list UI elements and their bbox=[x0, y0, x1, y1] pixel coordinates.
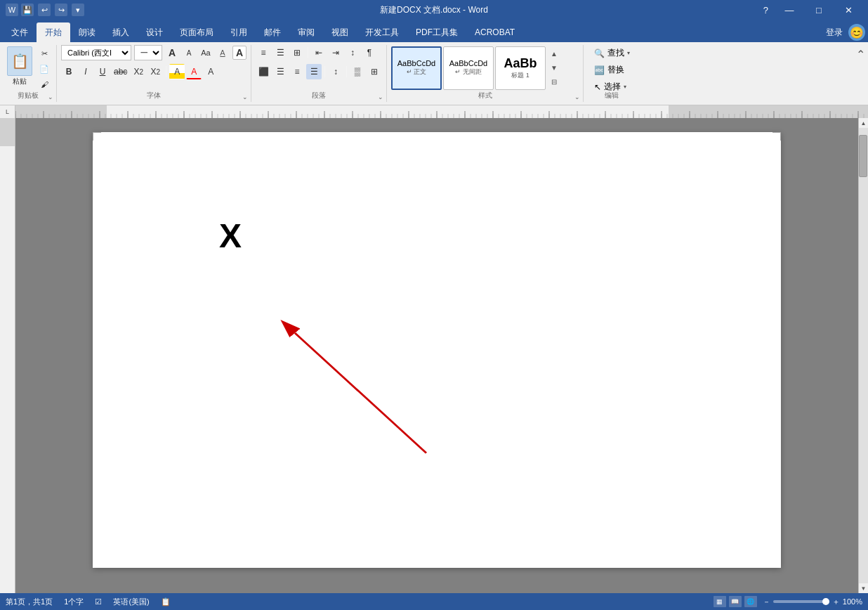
tab-review[interactable]: 审阅 bbox=[289, 22, 323, 42]
replace-button[interactable]: 🔤 替换 bbox=[591, 62, 633, 78]
replace-label: 替换 bbox=[607, 64, 624, 76]
tab-insert[interactable]: 插入 bbox=[104, 22, 138, 42]
zoom-out-button[interactable]: － bbox=[763, 597, 770, 607]
font-shrink-button[interactable]: A bbox=[182, 46, 196, 60]
bold-button[interactable]: B bbox=[61, 64, 77, 79]
scroll-track[interactable] bbox=[859, 128, 868, 583]
document-area[interactable]: X bbox=[15, 118, 858, 593]
paragraph-group: ≡ ☰ ⊞ ⇤ ⇥ ↕ ¶ ⬛ ☰ ≡ ☰ ↕ ▒ ⊞ 段落 ⌄ bbox=[251, 45, 387, 102]
paragraph-expand-icon[interactable]: ⌄ bbox=[378, 93, 383, 100]
maximize-button[interactable]: □ bbox=[805, 0, 833, 20]
ribbon-collapse-button[interactable]: ⌃ bbox=[853, 45, 868, 102]
clear-format-button[interactable]: A bbox=[216, 46, 230, 60]
ruler-corner[interactable]: L bbox=[0, 105, 15, 118]
superscript-button[interactable]: X2 bbox=[147, 64, 163, 79]
page-content[interactable]: X bbox=[149, 174, 725, 526]
login-button[interactable]: 登录 bbox=[826, 27, 843, 39]
style-h1-button[interactable]: AaBb 标题 1 bbox=[495, 46, 546, 90]
vertical-scrollbar[interactable]: ▲ ▼ bbox=[858, 118, 868, 593]
font-family-select[interactable]: Calibri (西文I bbox=[61, 45, 131, 60]
style-normal-button[interactable]: AaBbCcDd ↵ 正文 bbox=[391, 46, 442, 90]
print-layout-button[interactable]: ▦ bbox=[714, 596, 726, 607]
styles-scroll-up[interactable]: ▲ bbox=[548, 48, 560, 60]
tab-read[interactable]: 朗读 bbox=[70, 22, 104, 42]
tab-file[interactable]: 文件 bbox=[3, 22, 37, 42]
style-nospacing-button[interactable]: AaBbCcDd ↵ 无间距 bbox=[443, 46, 494, 90]
svg-rect-186 bbox=[0, 118, 15, 593]
bullets-button[interactable]: ≡ bbox=[256, 45, 271, 60]
justify-button[interactable]: ☰ bbox=[306, 64, 322, 79]
clipboard-expand-icon[interactable]: ⌄ bbox=[48, 93, 53, 100]
redo-icon[interactable]: ↪ bbox=[55, 4, 67, 16]
styles-scroll-down[interactable]: ▼ bbox=[548, 62, 560, 74]
text-highlight-button[interactable]: A bbox=[169, 64, 185, 79]
reading-view-button[interactable]: 📖 bbox=[729, 596, 742, 607]
numbering-button[interactable]: ☰ bbox=[272, 45, 288, 60]
tab-view[interactable]: 视图 bbox=[323, 22, 357, 42]
align-center-button[interactable]: ☰ bbox=[272, 64, 288, 79]
editing-group-label: 编辑 bbox=[584, 91, 640, 100]
ribbon-content: 📋 粘贴 ✂ 📄 🖌 剪贴板 ⌄ Calibri (西文I 一号 A A bbox=[0, 42, 868, 105]
cut-button[interactable]: ✂ bbox=[37, 46, 52, 60]
tab-pdf-tools[interactable]: PDF工具集 bbox=[407, 22, 466, 42]
close-button[interactable]: ✕ bbox=[834, 0, 862, 20]
increase-indent-button[interactable]: ⇥ bbox=[328, 45, 343, 60]
word-count: 1个字 bbox=[64, 597, 84, 607]
replace-icon: 🔤 bbox=[594, 65, 605, 75]
style-normal-label: ↵ 正文 bbox=[407, 67, 427, 77]
tab-layout[interactable]: 页面布局 bbox=[171, 22, 222, 42]
scroll-thumb[interactable] bbox=[859, 135, 867, 177]
tab-developer[interactable]: 开发工具 bbox=[357, 22, 407, 42]
zoom-in-button[interactable]: ＋ bbox=[832, 597, 840, 607]
zoom-slider[interactable] bbox=[773, 600, 829, 603]
save-icon[interactable]: 💾 bbox=[21, 4, 34, 16]
corner-mark-tl bbox=[93, 132, 101, 141]
find-button[interactable]: 🔍 查找 ▾ bbox=[591, 45, 633, 61]
styles-group-label: 样式 bbox=[387, 91, 583, 100]
help-button[interactable]: ? bbox=[763, 5, 768, 15]
decrease-indent-button[interactable]: ⇤ bbox=[311, 45, 327, 60]
undo-icon[interactable]: ↩ bbox=[38, 4, 51, 16]
underline-button[interactable]: U bbox=[95, 64, 110, 79]
styles-expand-icon[interactable]: ⌄ bbox=[574, 93, 580, 100]
font-grow-button[interactable]: A bbox=[165, 46, 179, 60]
copy-button[interactable]: 📄 bbox=[37, 62, 52, 76]
shading-para-button[interactable]: ▒ bbox=[350, 64, 365, 79]
tab-acrobat[interactable]: ACROBAT bbox=[466, 22, 523, 42]
strikethrough-button[interactable]: abc bbox=[112, 64, 129, 79]
show-marks-button[interactable]: ¶ bbox=[362, 45, 377, 60]
shading-button[interactable]: A bbox=[203, 64, 218, 79]
web-layout-button[interactable]: 🌐 bbox=[744, 596, 757, 607]
align-left-button[interactable]: ⬛ bbox=[256, 64, 271, 79]
line-spacing-button[interactable]: ↕ bbox=[328, 64, 343, 79]
font-size-select[interactable]: 一号 bbox=[134, 45, 162, 60]
font-expand-icon[interactable]: ⌄ bbox=[242, 93, 248, 100]
zoom-slider-thumb bbox=[822, 598, 829, 605]
format-painter-button[interactable]: 🖌 bbox=[37, 77, 52, 91]
italic-button[interactable]: I bbox=[78, 64, 93, 79]
scroll-down-button[interactable]: ▼ bbox=[859, 583, 869, 593]
subscript-button[interactable]: X2 bbox=[131, 64, 146, 79]
user-avatar[interactable]: 😊 bbox=[848, 24, 865, 41]
styles-more[interactable]: ⊟ bbox=[548, 76, 560, 89]
tab-mailings[interactable]: 邮件 bbox=[256, 22, 289, 42]
styles-buttons: AaBbCcDd ↵ 正文 AaBbCcDd ↵ 无间距 AaBb 标题 1 bbox=[391, 46, 546, 90]
paste-button[interactable]: 📋 粘贴 bbox=[4, 45, 35, 88]
change-case-button[interactable]: Aa bbox=[199, 46, 213, 60]
word-logo-icon[interactable]: W bbox=[6, 4, 18, 16]
borders-button[interactable]: ⊞ bbox=[367, 64, 382, 79]
font-color-button[interactable]: A bbox=[186, 64, 202, 79]
tab-design[interactable]: 设计 bbox=[138, 22, 171, 42]
align-right-button[interactable]: ≡ bbox=[289, 64, 305, 79]
scroll-up-button[interactable]: ▲ bbox=[859, 118, 869, 128]
sort-button[interactable]: ↕ bbox=[345, 45, 360, 60]
paste-label: 粘贴 bbox=[13, 77, 27, 86]
tab-home[interactable]: 开始 bbox=[37, 22, 70, 42]
minimize-button[interactable]: — bbox=[775, 0, 803, 20]
text-effect-button[interactable]: A bbox=[232, 46, 246, 60]
multilevel-list-button[interactable]: ⊞ bbox=[289, 45, 305, 60]
style-nospacing-sample: AaBbCcDd bbox=[449, 59, 487, 67]
tab-references[interactable]: 引用 bbox=[222, 22, 256, 42]
quick-access-dropdown-icon[interactable]: ▾ bbox=[72, 4, 84, 16]
paragraph-group-label: 段落 bbox=[251, 91, 386, 100]
